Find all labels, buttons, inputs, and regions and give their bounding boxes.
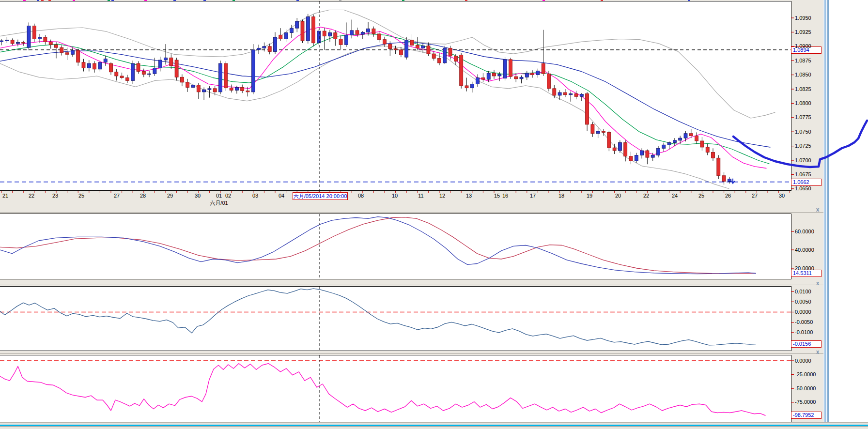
stochastic-panel-surface[interactable]	[0, 214, 791, 279]
close-indicator-1-button[interactable]: x	[814, 207, 822, 213]
close-indicator-2-button[interactable]: x	[814, 280, 822, 287]
window-right-frame	[823, 0, 829, 422]
separator-line	[0, 285, 823, 285]
main-price-chart-surface[interactable]	[0, 1, 791, 191]
williams-panel-surface[interactable]	[0, 355, 791, 423]
window-bottom-frame	[0, 422, 868, 429]
separator-line	[0, 353, 823, 354]
trading-chart-window: x x x 1.0894 1.0662 14.5311 -0.0156 -98.…	[0, 0, 868, 429]
momentum-panel-surface[interactable]	[0, 286, 791, 351]
close-indicator-3-button[interactable]: x	[814, 349, 822, 355]
separator-line	[0, 212, 823, 213]
desktop-right-margin	[829, 0, 868, 422]
